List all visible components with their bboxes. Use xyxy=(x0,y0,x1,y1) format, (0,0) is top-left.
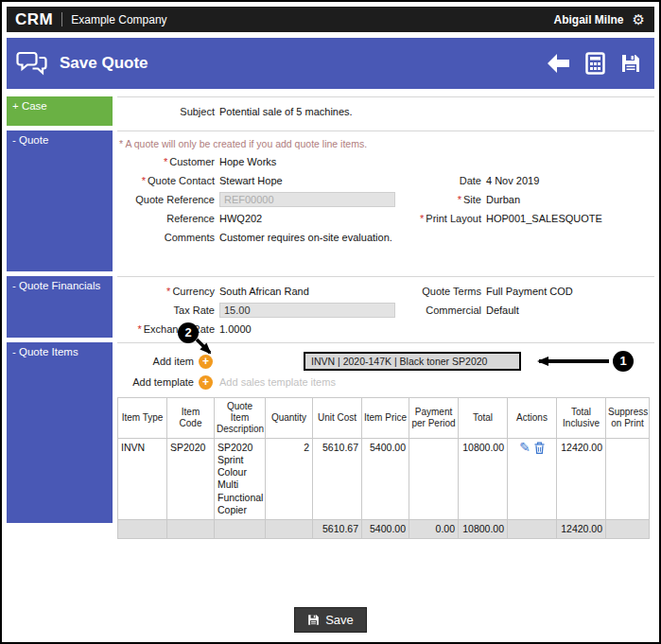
section-quote-items: - Quote Items Add item + INVN | 2020-147… xyxy=(7,342,654,528)
column-header-quantity: Quantity xyxy=(266,398,313,439)
section-quote-financials: - Quote Financials *Currency South Afric… xyxy=(7,276,654,342)
gear-icon[interactable]: ⚙ xyxy=(633,12,645,26)
print-layout-value: HOP001_SALESQUOTE xyxy=(486,213,654,224)
crm-logo: CRM xyxy=(15,10,53,29)
cell-item-price: 5400.00 xyxy=(362,439,409,520)
currency-label: *Currency xyxy=(117,286,219,297)
section-quote: - Quote * A quote will only be created i… xyxy=(7,131,654,276)
totals-payment-per-period: 0.00 xyxy=(409,519,459,538)
tab-quote-financials[interactable]: - Quote Financials xyxy=(7,276,113,338)
totals-total-inclusive: 12420.00 xyxy=(557,519,606,538)
column-header-actions: Actions xyxy=(508,398,557,439)
subject-value: Potential sale of 5 machines. xyxy=(219,106,399,117)
print-layout-label: *Print Layout xyxy=(399,213,486,224)
site-value: Durban xyxy=(486,194,654,205)
calculator-icon[interactable] xyxy=(585,52,605,75)
topbar-divider xyxy=(61,12,62,26)
cell-description: SP2020 Sprint Colour Multi Functional Co… xyxy=(215,439,266,520)
cell-total-inclusive: 12420.00 xyxy=(557,439,606,520)
quote-terms-value: Full Payment COD xyxy=(486,286,654,297)
app-header: Save Quote xyxy=(7,38,654,89)
subject-label: Subject xyxy=(117,106,219,117)
commercial-value: Default xyxy=(486,305,654,316)
column-header-description: Quote Item Description xyxy=(215,398,266,439)
user-name: Abigail Milne xyxy=(554,13,624,26)
column-header-suppress-on-print: Suppress on Print xyxy=(606,398,650,439)
currency-value: South African Rand xyxy=(219,286,399,297)
add-template-label: Add template xyxy=(117,376,199,388)
quote-reference-input[interactable]: REF00000 xyxy=(219,192,395,207)
add-item-row: Add item + INVN | 2020-147K | Black tone… xyxy=(117,351,654,372)
cell-payment-per-period xyxy=(409,439,459,520)
totals-unit-cost: 5610.67 xyxy=(313,519,362,538)
item-select[interactable]: INVN | 2020-147K | Black toner SP2020 xyxy=(304,352,521,371)
column-header-total-inclusive: Total Inclusive xyxy=(557,398,606,439)
tab-quote-items[interactable]: - Quote Items xyxy=(7,342,113,523)
quote-reference-label: Quote Reference xyxy=(117,194,219,205)
totals-total: 10800.00 xyxy=(459,519,508,538)
callout-2: 2 xyxy=(178,322,199,343)
column-header-unit-cost: Unit Cost xyxy=(313,398,362,439)
date-value: 4 Nov 2019 xyxy=(486,175,654,186)
reference-value: HWQ202 xyxy=(219,213,399,224)
tax-rate-label: Tax Rate xyxy=(117,305,219,316)
company-name: Example Company xyxy=(71,13,166,26)
add-item-label: Add item xyxy=(117,356,199,367)
add-template-placeholder: Add sales template items xyxy=(219,376,336,388)
reference-label: Reference xyxy=(117,213,219,224)
callout-1-arrow xyxy=(528,351,615,372)
table-row: INVN SP2020 SP2020 Sprint Colour Multi F… xyxy=(118,439,650,520)
quote-warning-note: * A quote will only be created if you ad… xyxy=(117,136,654,152)
footer-actions: Save xyxy=(7,607,654,633)
column-header-payment-per-period: Payment per Period xyxy=(409,398,459,439)
quote-contact-value: Stewart Hope xyxy=(219,175,399,186)
comments-value: Customer requires on-site evaluation. xyxy=(219,232,399,243)
tab-case[interactable]: + Case xyxy=(7,96,113,126)
section-case: + Case Subject Potential sale of 5 machi… xyxy=(7,96,654,131)
customer-value: Hope Works xyxy=(219,156,399,167)
save-icon[interactable] xyxy=(620,53,641,74)
column-header-item-code: Item Code xyxy=(167,398,215,439)
cell-item-code: SP2020 xyxy=(167,439,215,520)
site-label: *Site xyxy=(399,194,486,205)
callout-2-arrow xyxy=(191,338,223,366)
page-title: Save Quote xyxy=(60,54,148,73)
quote-terms-label: Quote Terms xyxy=(399,286,486,297)
exchange-rate-value: 1.0000 xyxy=(219,323,399,335)
delete-icon[interactable] xyxy=(534,442,545,454)
crm-window: CRM Example Company Abigail Milne ⚙ Save… xyxy=(0,0,661,644)
column-header-total: Total xyxy=(459,398,508,439)
column-header-item-type: Item Type xyxy=(118,398,167,439)
save-button-label: Save xyxy=(325,613,354,627)
callout-1: 1 xyxy=(613,351,634,372)
save-button[interactable]: Save xyxy=(294,607,367,633)
quote-items-table: Item Type Item Code Quote Item Descripti… xyxy=(117,397,650,539)
comments-label: Comments xyxy=(117,232,219,243)
topbar: CRM Example Company Abigail Milne ⚙ xyxy=(7,7,654,32)
cell-quantity: 2 xyxy=(266,439,313,520)
tab-quote[interactable]: - Quote xyxy=(7,131,113,271)
chat-bubbles-icon xyxy=(16,50,48,77)
table-header-row: Item Type Item Code Quote Item Descripti… xyxy=(118,398,650,439)
quote-contact-label: *Quote Contact xyxy=(117,175,219,186)
cell-suppress-on-print xyxy=(606,439,650,520)
commercial-label: Commercial xyxy=(399,305,486,316)
column-header-item-price: Item Price xyxy=(362,398,409,439)
customer-label: *Customer xyxy=(117,156,219,167)
add-template-plus-icon[interactable]: + xyxy=(199,375,213,390)
date-label: Date xyxy=(399,175,486,186)
tax-rate-input[interactable]: 15.00 xyxy=(219,303,395,318)
edit-icon[interactable]: ✎ xyxy=(519,442,531,453)
cell-unit-cost: 5610.67 xyxy=(313,439,362,520)
cell-item-type: INVN xyxy=(118,439,167,520)
cell-actions: ✎ xyxy=(508,439,557,520)
add-template-row: Add template + Add sales template items xyxy=(117,372,654,392)
save-button-icon xyxy=(307,614,320,626)
totals-row: 5610.67 5400.00 0.00 10800.00 12420.00 xyxy=(118,519,650,538)
form-sections: + Case Subject Potential sale of 5 machi… xyxy=(7,96,654,528)
exchange-rate-label: *Exchange Rate xyxy=(117,323,219,335)
totals-item-price: 5400.00 xyxy=(362,519,409,538)
cell-total: 10800.00 xyxy=(459,439,508,520)
back-icon[interactable] xyxy=(546,53,570,74)
